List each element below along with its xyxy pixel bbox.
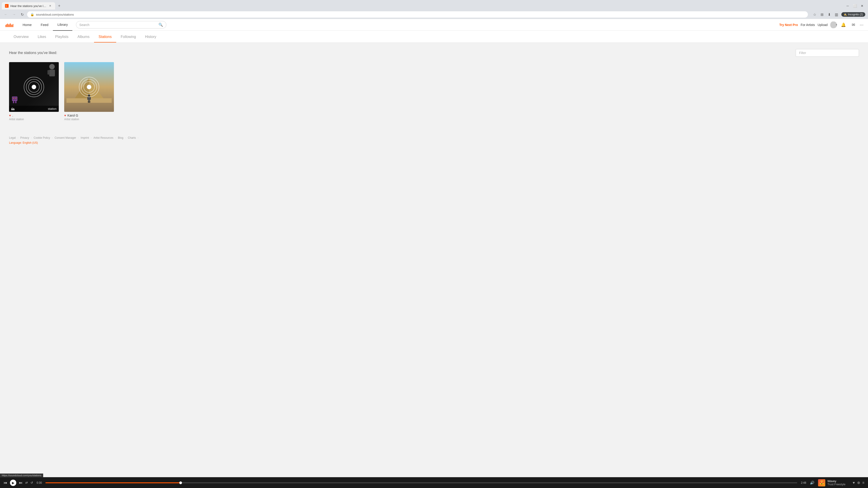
skip-forward-button[interactable]: ⏭: [19, 481, 23, 485]
now-playing: 😍 Wavey Trust Freestyle: [818, 479, 846, 485]
wave-rings-2: [78, 76, 100, 98]
toolbar-icons: ☆ ⊞ ⬇ ▥: [811, 11, 839, 18]
tab-stations[interactable]: Stations: [94, 31, 116, 42]
status-bar: https://soundcloud.com/you/stations: [0, 474, 43, 477]
station-overlay-1: [9, 62, 59, 112]
soundcloud-logo[interactable]: [4, 20, 14, 30]
progress-bar[interactable]: [45, 482, 797, 483]
address-bar: ← → ↻ 🔒 soundcloud.com/you/stations ☆ ⊞ …: [0, 10, 868, 19]
heart-icon-1: ♥: [9, 113, 11, 117]
player-actions: ♥ ⊕ ≡: [852, 481, 864, 484]
minimize-button[interactable]: ─: [844, 3, 851, 9]
station-image-2: [64, 62, 114, 112]
footer-imprint[interactable]: Imprint: [81, 136, 89, 139]
upload-button[interactable]: Upload: [817, 23, 828, 27]
tab-albums[interactable]: Albums: [73, 31, 94, 42]
station-card-2[interactable]: ♥ Karol G Artist station: [64, 62, 114, 121]
footer: Legal - Privacy - Cookie Policy - Consen…: [0, 127, 868, 149]
filter-input[interactable]: [796, 49, 859, 57]
track-thumbnail: 😍: [818, 479, 825, 485]
back-button[interactable]: ←: [3, 11, 9, 18]
footer-consent[interactable]: Consent Manager: [55, 136, 76, 139]
total-time: 2:48: [801, 481, 806, 484]
sidebar-button[interactable]: ▥: [833, 11, 839, 18]
station-name-1: ♥ .: [9, 113, 59, 117]
download-button[interactable]: ⬇: [826, 11, 832, 18]
tab-playlists[interactable]: Playlists: [51, 31, 73, 42]
nav-library[interactable]: Library: [53, 19, 72, 31]
svg-rect-4: [6, 24, 6, 27]
feed-label: Feed: [41, 23, 49, 27]
maximize-button[interactable]: ⬜: [852, 3, 858, 9]
footer-privacy[interactable]: Privacy: [20, 136, 29, 139]
tab-history[interactable]: History: [141, 31, 161, 42]
for-artists-button[interactable]: For Artists: [801, 23, 815, 27]
search-bar[interactable]: 🔍: [76, 21, 166, 29]
svg-rect-7: [8, 24, 8, 27]
incognito-badge: 🕵 Incognito (2): [841, 12, 865, 17]
volume-icon[interactable]: 🔊: [810, 481, 814, 484]
svg-rect-11: [11, 24, 11, 27]
footer-blog[interactable]: Blog: [118, 136, 123, 139]
try-pro-button[interactable]: Try Next Pro: [779, 23, 798, 27]
station-type-1: Artist station: [9, 118, 59, 121]
nav-home[interactable]: Home: [18, 19, 36, 31]
station-type-2: Artist station: [64, 118, 114, 121]
queue-button[interactable]: ≡: [862, 481, 864, 485]
svg-rect-12: [11, 25, 12, 27]
track-title: Wavey: [828, 480, 846, 483]
active-tab[interactable]: S Hear the stations you've liked: ... ✕: [2, 2, 55, 9]
footer-legal[interactable]: Legal: [9, 136, 16, 139]
svg-rect-13: [12, 24, 13, 27]
station-label-text-1: station: [48, 107, 57, 110]
messages-button[interactable]: ✉: [850, 21, 857, 29]
station-name-2: ♥ Karol G: [64, 113, 114, 117]
tab-title: Hear the stations you've liked: ...: [10, 4, 46, 8]
play-pause-button[interactable]: ▶: [10, 480, 16, 485]
play-center: [32, 85, 36, 89]
status-url: https://soundcloud.com/you/stations: [2, 474, 41, 477]
new-tab-button[interactable]: +: [56, 3, 62, 9]
browser-chrome: S Hear the stations you've liked: ... ✕ …: [0, 0, 868, 19]
user-avatar[interactable]: ▾: [830, 22, 837, 28]
tab-following[interactable]: Following: [116, 31, 141, 42]
section-title: Hear the stations you've liked:: [9, 51, 57, 55]
svg-rect-14: [13, 24, 13, 27]
tab-favicon: S: [5, 4, 8, 8]
tab-overview[interactable]: Overview: [9, 31, 33, 42]
notifications-button[interactable]: 🔔: [840, 21, 847, 29]
footer-links: Legal - Privacy - Cookie Policy - Consen…: [9, 136, 859, 139]
footer-artist-resources[interactable]: Artist Resources: [94, 136, 114, 139]
station-grid: station ♥ . Artist station: [9, 62, 859, 121]
search-icon: 🔍: [158, 23, 163, 27]
search-input[interactable]: [79, 23, 157, 27]
tab-groups-button[interactable]: ⊞: [819, 11, 825, 18]
more-options-button[interactable]: ···: [860, 22, 864, 27]
play-center-2: [87, 85, 91, 89]
svg-rect-10: [10, 23, 11, 27]
footer-charts[interactable]: Charts: [128, 136, 136, 139]
tab-close-button[interactable]: ✕: [49, 4, 52, 8]
forward-button[interactable]: →: [11, 11, 17, 18]
footer-cookie[interactable]: Cookie Policy: [34, 136, 50, 139]
soundcloud-app: Home Feed Library 🔍 Try Next Pro For Art…: [0, 19, 868, 484]
nav-feed[interactable]: Feed: [36, 19, 53, 31]
skip-back-button[interactable]: ⏮: [4, 481, 7, 485]
section-header: Hear the stations you've liked:: [9, 49, 859, 57]
reload-button[interactable]: ↻: [19, 11, 25, 18]
tab-likes[interactable]: Likes: [33, 31, 51, 42]
bookmark-button[interactable]: ☆: [811, 11, 818, 18]
like-track-button[interactable]: ♥: [852, 481, 855, 485]
station-info-2: ♥ Karol G Artist station: [64, 113, 114, 121]
url-bar[interactable]: 🔒 soundcloud.com/you/stations: [27, 11, 808, 18]
progress-fill: [45, 482, 181, 483]
station-card-1[interactable]: station ♥ . Artist station: [9, 62, 59, 121]
close-window-button[interactable]: ✕: [859, 3, 865, 9]
footer-language[interactable]: Language: English (US): [9, 141, 859, 144]
repeat-button[interactable]: ↺: [31, 481, 33, 484]
nav-right: Try Next Pro For Artists Upload ▾ 🔔 ✉ ··…: [779, 21, 864, 29]
add-to-queue-button[interactable]: ⊕: [857, 481, 860, 484]
heart-icon-2: ♥: [64, 113, 66, 117]
track-artist: Trust Freestyle: [828, 483, 846, 484]
shuffle-button[interactable]: ⇄: [25, 481, 28, 484]
